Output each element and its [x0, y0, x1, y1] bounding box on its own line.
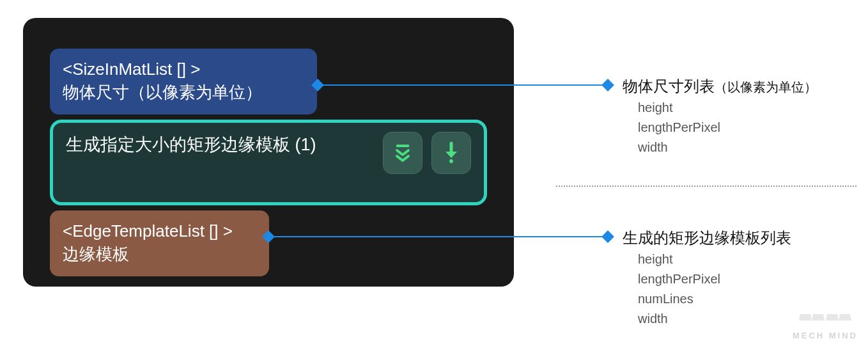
- output-port-block[interactable]: <EdgeTemplateList [] > 边缘模板: [50, 210, 269, 276]
- connector-dot: [601, 230, 614, 243]
- annotation-title: 物体尺寸列表: [623, 74, 715, 98]
- input-label-note: （以像素为单位）: [129, 83, 262, 102]
- node-body[interactable]: 生成指定大小的矩形边缘模板 (1): [50, 120, 487, 205]
- annotation-field: width: [638, 309, 791, 329]
- annotation-field: height: [638, 98, 817, 118]
- input-label-line: 物体尺寸（以像素为单位）: [63, 81, 304, 104]
- annotation-field: numLines: [638, 289, 791, 309]
- node-icons: [383, 132, 471, 174]
- svg-marker-5: [812, 314, 825, 320]
- svg-rect-0: [396, 145, 409, 147]
- annotation-title: 生成的矩形边缘模板列表: [623, 226, 791, 249]
- svg-marker-6: [826, 314, 839, 320]
- output-label: 边缘模板: [63, 242, 256, 265]
- svg-marker-7: [839, 314, 851, 320]
- annotation-field: lengthPerPixel: [638, 118, 817, 138]
- connector-line: [318, 84, 607, 86]
- input-type-line: <SizeInMatList [] >: [63, 58, 304, 81]
- watermark-text: MECH MIND: [793, 331, 858, 340]
- watermark: MECH MIND: [793, 312, 858, 340]
- annotation-bottom: 生成的矩形边缘模板列表 height lengthPerPixel numLin…: [623, 226, 791, 329]
- svg-marker-4: [799, 314, 812, 320]
- svg-marker-2: [446, 152, 457, 158]
- input-port-block[interactable]: <SizeInMatList [] > 物体尺寸（以像素为单位）: [50, 49, 317, 115]
- output-type-line: <EdgeTemplateList [] >: [63, 219, 256, 242]
- expand-down-icon[interactable]: [383, 132, 422, 174]
- svg-point-3: [449, 159, 453, 163]
- connector-dot: [601, 79, 614, 91]
- watermark-logo-icon: [798, 312, 853, 329]
- node-title: 生成指定大小的矩形边缘模板 (1): [66, 133, 316, 156]
- annotation-top: 物体尺寸列表（以像素为单位） height lengthPerPixel wid…: [623, 74, 817, 157]
- annotation-field: height: [638, 249, 791, 269]
- input-label-prefix: 物体尺寸: [63, 83, 129, 102]
- download-icon[interactable]: [431, 132, 471, 174]
- divider-line: [556, 186, 856, 187]
- node-panel: <SizeInMatList [] > 物体尺寸（以像素为单位） 生成指定大小的…: [23, 18, 514, 287]
- annotation-field: lengthPerPixel: [638, 269, 791, 289]
- annotation-title-note: （以像素为单位）: [715, 80, 817, 94]
- annotation-field: width: [638, 138, 817, 157]
- connector-line: [269, 236, 607, 237]
